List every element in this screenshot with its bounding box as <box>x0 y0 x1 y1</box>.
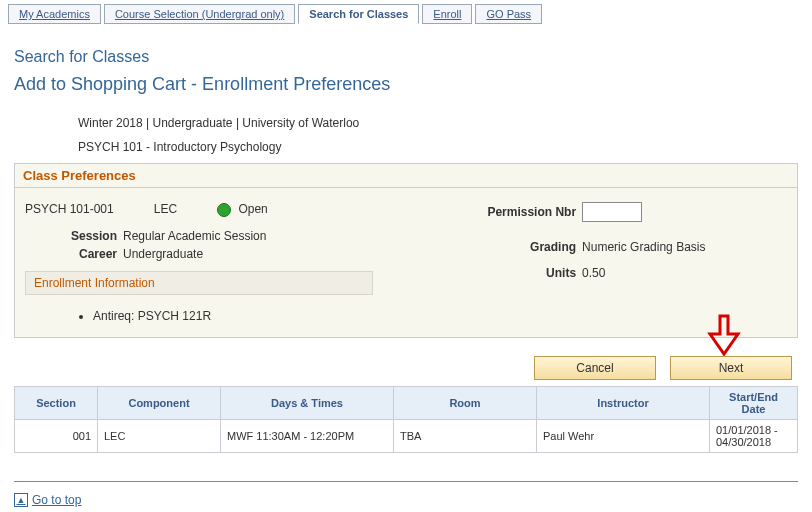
course-context: Winter 2018 | Undergraduate | University… <box>78 111 798 159</box>
class-component: LEC <box>154 202 177 216</box>
col-section: Section <box>15 386 98 419</box>
next-button[interactable]: Next <box>670 356 792 380</box>
schedule-table: Section Component Days & Times Room Inst… <box>14 386 798 453</box>
col-days-times: Days & Times <box>221 386 394 419</box>
col-component: Component <box>98 386 221 419</box>
class-code: PSYCH 101-001 <box>25 202 114 216</box>
col-start-end-date: Start/End Date <box>710 386 798 419</box>
cell-instructor: Paul Wehr <box>537 419 710 452</box>
tab-go-pass[interactable]: GO Pass <box>475 4 542 24</box>
cell-days-times: MWF 11:30AM - 12:20PM <box>221 419 394 452</box>
col-room: Room <box>394 386 537 419</box>
tabs-bar: My Academics Course Selection (Undergrad… <box>0 0 812 24</box>
go-to-top-label: Go to top <box>32 493 81 507</box>
session-label: Session <box>45 229 123 243</box>
buttons-row: Cancel Next <box>14 356 798 380</box>
tab-search-for-classes[interactable]: Search for Classes <box>298 4 419 24</box>
cell-component: LEC <box>98 419 221 452</box>
class-preferences-header: Class Preferences <box>15 164 797 188</box>
status-open-icon <box>217 203 231 217</box>
grading-label: Grading <box>444 240 582 254</box>
units-label: Units <box>444 266 582 280</box>
grading-value: Numeric Grading Basis <box>582 240 705 254</box>
tab-enroll[interactable]: Enroll <box>422 4 472 24</box>
footer: ▲ Go to top <box>14 481 798 507</box>
tab-my-academics[interactable]: My Academics <box>8 4 101 24</box>
enrollment-info-body: Antireq: PSYCH 121R <box>25 295 444 323</box>
career-label: Career <box>45 247 123 261</box>
course-line: PSYCH 101 - Introductory Psychology <box>78 135 798 159</box>
enrollment-info-header: Enrollment Information <box>25 271 373 295</box>
class-preferences-box: Class Preferences PSYCH 101-001 LEC Open… <box>14 163 798 338</box>
units-value: 0.50 <box>582 266 605 280</box>
class-line: PSYCH 101-001 LEC Open <box>25 202 444 217</box>
antireq-item: Antireq: PSYCH 121R <box>93 309 444 323</box>
session-value: Regular Academic Session <box>123 229 266 243</box>
cell-section: 001 <box>15 419 98 452</box>
permission-nbr-label: Permission Nbr <box>444 205 582 219</box>
term-line: Winter 2018 | Undergraduate | University… <box>78 111 798 135</box>
status-open-text: Open <box>238 202 267 216</box>
cancel-button[interactable]: Cancel <box>534 356 656 380</box>
go-to-top-link[interactable]: ▲ Go to top <box>14 493 81 507</box>
cell-room: TBA <box>394 419 537 452</box>
tab-course-selection[interactable]: Course Selection (Undergrad only) <box>104 4 295 24</box>
col-instructor: Instructor <box>537 386 710 419</box>
cell-dates: 01/01/2018 - 04/30/2018 <box>710 419 798 452</box>
page-subtitle: Add to Shopping Cart - Enrollment Prefer… <box>14 74 798 95</box>
table-header-row: Section Component Days & Times Room Inst… <box>15 386 798 419</box>
attention-arrow-icon <box>706 314 742 356</box>
table-row: 001 LEC MWF 11:30AM - 12:20PM TBA Paul W… <box>15 419 798 452</box>
permission-nbr-input[interactable] <box>582 202 642 222</box>
page-title: Search for Classes <box>14 48 798 66</box>
class-status: Open <box>217 202 268 217</box>
career-value: Undergraduate <box>123 247 203 261</box>
go-to-top-icon: ▲ <box>14 493 28 507</box>
